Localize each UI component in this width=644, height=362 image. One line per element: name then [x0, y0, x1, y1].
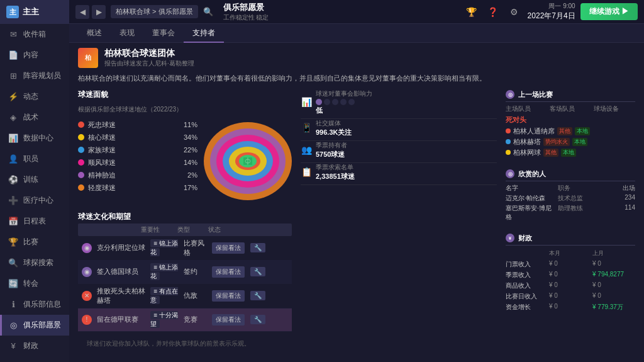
culture-detail-btn-2[interactable]: 🔧 — [250, 291, 265, 300]
sidebar-label-meeting: 转会 — [23, 278, 38, 289]
main-content: ◀ ▶ 柏林联合球 > 俱乐部愿景 🔍 俱乐部愿景 工作稳定性 稳定 🏆 ❓ ⚙… — [69, 0, 644, 362]
sidebar-item-matches[interactable]: 🏆 比赛 — [0, 232, 69, 252]
dot — [340, 99, 347, 105]
culture-section: 球迷文化和期望 重要性 类型 状态 ◉ 克分利用定位球 ≡ 锦上添花 比赛风格 … — [78, 208, 292, 332]
sidebar-item-finance[interactable]: ¥ 财政 — [0, 336, 69, 356]
forward-button[interactable]: ▶ — [92, 5, 106, 19]
admired-role-1: 技术总监 — [558, 194, 608, 203]
lm-col-home: 主场队员 — [506, 105, 547, 113]
stat-info-1: 社交媒体 996.3K关注 — [316, 119, 352, 137]
stat-row-3: 📋 季票求索名单 2,33851球迷 — [301, 163, 497, 185]
stat-row-2: 👥 季票持有者 5750球迷 — [301, 141, 497, 163]
culture-status-3: 保留看法 — [212, 314, 248, 325]
left-column: 球迷面貌 根据俱乐部全球球迷地位（2022/23） 死忠球迷 11% 核心球迷 … — [78, 88, 292, 362]
sidebar-item-dynamics[interactable]: ⚡ 动态 — [0, 86, 69, 107]
sidebar-item-inbox[interactable]: ✉ 收件箱 — [0, 24, 69, 45]
sidebar-item-scout[interactable]: 🔍 球探搜索 — [0, 252, 69, 273]
culture-status-1: 保留看法 — [212, 266, 248, 278]
sidebar-item-tactics[interactable]: ◈ 战术 — [0, 107, 69, 128]
settings-icon[interactable]: ⚙ — [506, 4, 523, 20]
sidebar-label-lineup: 阵容规划员 — [23, 71, 61, 81]
fan-face-title: 球迷面貌 — [78, 88, 292, 101]
culture-row-1: ◉ 签入德国球员 ≡ 锦上添花 签约 保留看法 🔧 — [78, 261, 292, 284]
col-type: 类型 — [177, 225, 206, 234]
fin-cur-5: ¥ 0 — [549, 302, 592, 312]
fin-label-4: 比赛日收入 — [506, 291, 548, 302]
sidebar-label-medical: 医疗中心 — [23, 195, 53, 206]
fan-type-row: 顺风球迷 14% — [78, 158, 197, 167]
three-columns: 球迷面貌 根据俱乐部全球球迷地位（2022/23） 死忠球迷 11% 核心球迷 … — [69, 88, 644, 362]
stat-icon-2: 👥 — [301, 144, 312, 156]
culture-action-3: 🔧 — [250, 315, 288, 324]
sidebar-label-datacenter: 数据中心 — [23, 133, 53, 144]
subtab-概述[interactable]: 概述 — [78, 24, 111, 43]
culture-action-2: 🔧 — [250, 291, 288, 300]
culture-btn-2[interactable]: 保留看法 — [212, 290, 245, 302]
culture-name-3: 留在德甲联赛 — [97, 315, 148, 324]
culture-btn-3[interactable]: 保留看法 — [212, 314, 245, 325]
dot — [324, 99, 330, 105]
continue-button[interactable]: 继续游戏 ▶ — [580, 3, 638, 20]
sidebar-label-matches: 比赛 — [23, 237, 38, 247]
fan-dot — [78, 122, 84, 128]
culture-action-1: 🔧 — [250, 267, 288, 276]
admired-num-1: 234 — [610, 194, 635, 203]
admired-header: 名字 职务 出场 — [506, 184, 635, 193]
search-icon[interactable]: 🔍 — [203, 7, 213, 16]
sidebar-item-staff[interactable]: 👤 职员 — [0, 149, 69, 169]
culture-title: 球迷文化和期望 — [78, 210, 292, 223]
sidebar-item-lineup[interactable]: ⊞ 阵容规划员 — [0, 65, 69, 86]
culture-icon-1: ◉ — [82, 267, 92, 277]
topbar-right: 🏆 ❓ ⚙ 周一 9:00 2022年7月4日 继续游戏 ▶ — [464, 2, 638, 21]
col-action — [250, 225, 288, 234]
culture-icon-0: ◉ — [82, 243, 92, 253]
sidebar-item-training[interactable]: ⚽ 训练 — [0, 169, 69, 190]
sidebar-top-label: 主主 — [23, 6, 39, 18]
stat-icon-1: 📱 — [301, 122, 312, 133]
sidebar-item-calendar[interactable]: 📅 日程表 — [0, 211, 69, 232]
sidebar-item-clubinfo[interactable]: ℹ 俱乐部信息 — [0, 294, 69, 315]
back-button[interactable]: ◀ — [75, 5, 89, 19]
subtab-支持者[interactable]: 支持者 — [184, 24, 224, 43]
stat-value-2: 5750球迷 — [316, 150, 347, 159]
sidebar-item-content[interactable]: 📄 内容 — [0, 45, 69, 65]
enemy-label: 死对头 — [506, 115, 635, 125]
sidebar-item-datacenter[interactable]: 📊 数据中心 — [0, 128, 69, 149]
stat-row-1: 📱 社交媒体 996.3K关注 — [301, 119, 497, 141]
fin-col-prev: 上月 — [592, 248, 635, 259]
sidebar-item-meeting[interactable]: 🔄 转会 — [0, 273, 69, 294]
sidebar-item-medical[interactable]: ➕ 医疗中心 — [0, 190, 69, 211]
fin-prev-5: ¥ 779.37万 — [592, 302, 635, 312]
culture-type-3: 竞赛 — [184, 315, 209, 324]
trophy-icon[interactable]: 🏆 — [464, 4, 480, 20]
fan-dot — [78, 172, 84, 178]
stat-info-3: 季票求索名单 2,33851球迷 — [316, 163, 355, 181]
stat-value-1: 996.3K关注 — [316, 128, 352, 137]
sidebar-item-clubvision[interactable]: ◎ 俱乐部愿景 — [0, 315, 69, 336]
topbar-nav: ◀ ▶ — [75, 5, 106, 19]
culture-detail-btn-0[interactable]: 🔧 — [250, 243, 265, 252]
culture-detail-btn-3[interactable]: 🔧 — [250, 315, 265, 324]
stat-value-0: 低 — [316, 106, 372, 115]
stat-value-3: 2,33851球迷 — [316, 172, 355, 181]
culture-btn-0[interactable]: 保留看法 — [212, 242, 245, 254]
sidebar-icon-dynamics: ⚡ — [8, 92, 18, 102]
culture-type-0: 比赛风格 — [184, 239, 209, 257]
culture-btn-1[interactable]: 保留看法 — [212, 266, 245, 278]
locality-tag-1: 本地 — [575, 127, 590, 135]
culture-name-2: 推败死头夫柏林赫塔 — [97, 286, 148, 305]
col-name — [82, 225, 138, 234]
culture-detail-btn-1[interactable]: 🔧 — [250, 267, 265, 276]
help-icon[interactable]: ❓ — [485, 4, 501, 20]
admired-row-1: 迈克尔·帕伦森 技术总监 234 — [506, 194, 635, 203]
sidebar-icon-scout: 🔍 — [8, 258, 18, 268]
topbar-title-block: 俱乐部愿景 工作稳定性 稳定 — [218, 2, 458, 22]
subtab-表现[interactable]: 表现 — [111, 24, 143, 43]
subtab-董事会[interactable]: 董事会 — [143, 24, 184, 43]
sidebar-items: ✉ 收件箱 📄 内容 ⊞ 阵容规划员 ⚡ 动态 ◈ 战术 📊 数据中心 👤 职员… — [0, 24, 69, 362]
group-badge: 柏 — [78, 48, 98, 68]
admired-section: ◎ 欣赏的人 名字 职务 出场 迈克尔·帕伦森 技术总监 234 塞巴斯蒂安 — [506, 167, 635, 223]
last-match-header: 主场队员 客场队员 球场设备 — [506, 105, 635, 113]
sidebar-item-training2[interactable]: ★ 培养中心 — [0, 356, 69, 362]
team-name-1: 柏林人通纳席 — [513, 127, 555, 136]
